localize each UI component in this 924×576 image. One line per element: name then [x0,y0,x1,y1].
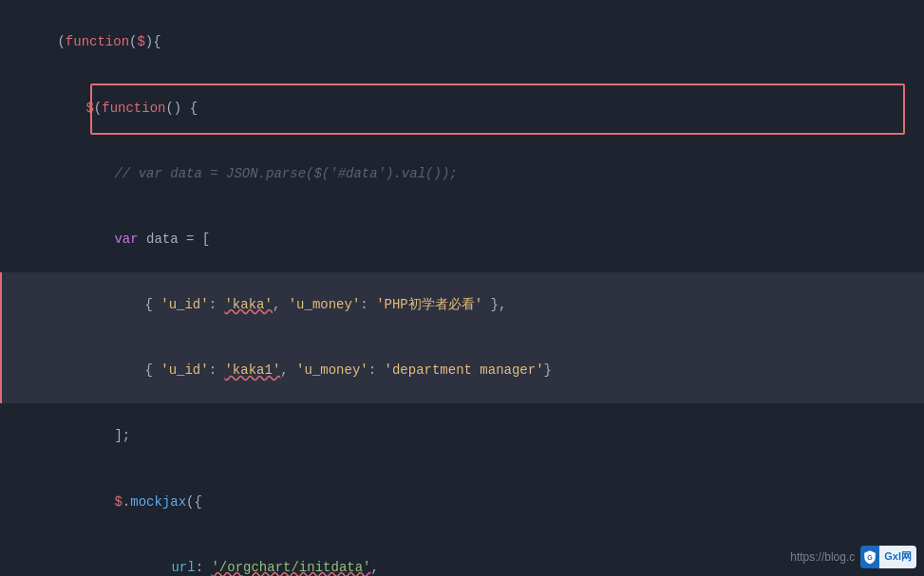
key2: 'u_money' [289,297,361,312]
code-text: { 'u_id': 'kaka1', 'u_money': 'departmen… [2,339,552,402]
colon: : [209,297,225,312]
watermark: https://blog.c G Gxl网 [790,546,916,568]
value2: 'department manager' [385,362,544,378]
brace: { [144,297,160,312]
brace-end: }, [482,297,506,312]
dot: . [123,494,130,510]
svg-text:G: G [868,554,874,561]
code-line-8: $.mockjax({ [0,469,924,534]
dollar: $ [85,101,93,116]
bracket-end: ]; [114,428,130,443]
paren: ( [94,101,102,116]
watermark-url: https://blog.c [790,548,855,567]
value: 'kaka' [224,297,272,312]
keyword: function [102,101,165,116]
code-line-6: { 'u_id': 'kaka1', 'u_money': 'departmen… [0,338,924,403]
brace: { [144,362,160,378]
code-editor: (function($){ $(function() { // var data… [0,0,924,576]
shield-icon: G [860,547,879,567]
code-text: url: '/orgchart/initdata', [0,535,379,576]
code-line-1: (function($){ [0,9,924,75]
dollar: $ [137,34,144,49]
brace-end: } [544,362,552,378]
comment: // var data = JSON.parse($('#data').val(… [114,166,457,181]
keyword: function [66,34,129,49]
key: 'u_id' [160,297,208,312]
value: '/orgchart/initdata' [211,560,370,575]
paren: ( [57,34,65,49]
colon: : [209,362,225,378]
paren: ({ [186,494,202,510]
colon2: : [368,362,385,378]
colon: : [196,560,212,575]
key2: 'u_money' [296,362,368,378]
comma: , [280,362,296,378]
code-text: $(function() { [0,76,198,139]
brace: ){ [145,34,161,49]
code-line-7: ]; [0,403,924,469]
code-text: // var data = JSON.parse($('#data').val(… [0,141,458,205]
method: mockjax [130,494,186,510]
badge-label: Gxl网 [879,546,916,568]
watermark-badge: G Gxl网 [860,546,916,568]
dollar: $ [114,494,122,510]
code-line-5: { 'u_id': 'kaka', 'u_money': 'PHP初学者必看' … [0,272,924,338]
value2: 'PHP初学者必看' [376,297,482,312]
colon2: : [360,297,376,312]
code-text: (function($){ [0,10,161,74]
code-text: var data = [ [0,208,210,271]
paren: () { [165,101,198,116]
keyword-var: var [114,232,146,247]
code-line-3: // var data = JSON.parse($('#data').val(… [0,140,924,206]
varname: data = [ [146,232,210,247]
code-text: { 'u_id': 'kaka', 'u_money': 'PHP初学者必看' … [2,273,506,337]
key: 'u_id' [160,362,208,378]
comma: , [273,297,289,312]
code-text: ]; [0,404,130,468]
code-line-4: var data = [ [0,207,924,272]
code-text: $.mockjax({ [0,470,202,533]
code-line-9: url: '/orgchart/initdata', [0,534,924,576]
code-line-2: $(function() { [0,75,924,140]
value: 'kaka1' [224,362,280,378]
key: url [171,560,195,575]
comma: , [370,560,378,575]
